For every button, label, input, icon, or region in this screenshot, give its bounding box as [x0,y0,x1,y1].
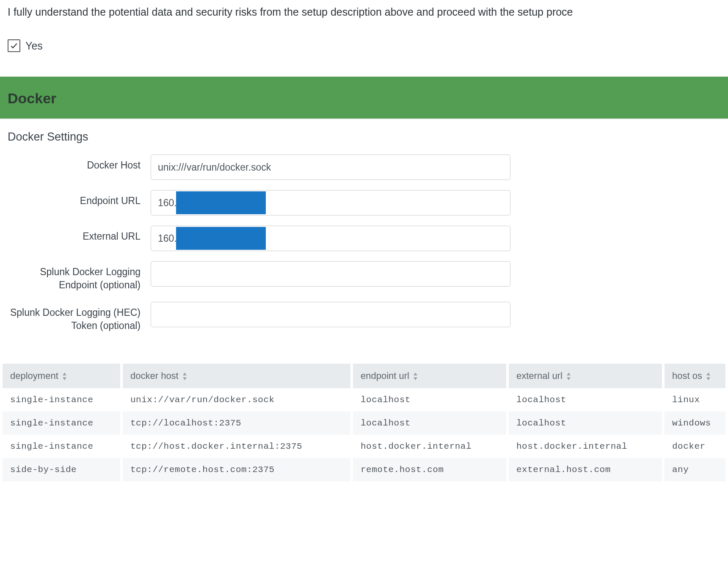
examples-table-wrap: deployment docker host endpoint url exte… [0,364,728,481]
col-endpoint-url[interactable]: endpoint url [353,364,506,388]
label-splunk-token: Splunk Docker Logging (HEC) Token (optio… [8,302,151,332]
cell-endpoint-url: host.docker.internal [353,435,506,458]
field-docker-host: Docker Host [8,155,720,180]
svg-marker-5 [414,378,417,381]
section-title: Docker [8,90,720,107]
label-external-url: External URL [8,226,151,243]
field-splunk-endpoint: Splunk Docker Logging Endpoint (optional… [8,261,720,292]
table-row: single-instance tcp://localhost:2375 loc… [3,412,725,435]
sort-icon [566,373,571,380]
cell-endpoint-url: remote.host.com [353,458,506,481]
sort-icon [706,373,711,380]
col-deployment[interactable]: deployment [3,364,120,388]
cell-host-os: windows [665,412,725,435]
svg-marker-8 [706,373,710,376]
cell-host-os: linux [665,388,725,412]
svg-marker-3 [183,378,187,381]
label-endpoint-url: Endpoint URL [8,190,151,207]
svg-marker-1 [63,378,66,381]
cell-docker-host: tcp://localhost:2375 [123,412,350,435]
cell-docker-host: tcp://remote.host.com:2375 [123,458,350,481]
table-body: single-instance unix://var/run/docker.so… [3,388,725,481]
cell-host-os: docker [665,435,725,458]
col-host-os[interactable]: host os [665,364,725,388]
svg-marker-7 [567,378,571,381]
svg-marker-2 [183,373,187,376]
svg-marker-6 [567,373,571,376]
sort-icon [182,373,188,380]
section-header-docker: Docker [0,77,728,119]
label-docker-host: Docker Host [8,155,151,172]
checkmark-icon [10,41,18,50]
col-label-endpoint-url: endpoint url [361,370,409,381]
svg-marker-0 [63,373,66,376]
cell-deployment: single-instance [3,412,120,435]
settings-title: Docker Settings [8,130,720,144]
svg-marker-9 [706,378,710,381]
consent-checkbox-row: Yes [0,18,728,77]
cell-external-url: localhost [509,412,662,435]
col-label-external-url: external url [516,370,563,381]
field-splunk-token: Splunk Docker Logging (HEC) Token (optio… [8,302,720,332]
sort-icon [413,373,418,380]
consent-text: I fully understand the potential data an… [0,0,728,18]
cell-external-url: external.host.com [509,458,662,481]
consent-checkbox[interactable] [8,39,20,52]
docker-settings-block: Docker Settings Docker Host Endpoint URL… [0,119,728,351]
cell-deployment: single-instance [3,435,120,458]
col-docker-host[interactable]: docker host [123,364,350,388]
cell-endpoint-url: localhost [353,388,506,412]
cell-external-url: host.docker.internal [509,435,662,458]
cell-endpoint-url: localhost [353,412,506,435]
label-splunk-endpoint: Splunk Docker Logging Endpoint (optional… [8,261,151,292]
input-docker-host[interactable] [151,155,510,180]
table-row: side-by-side tcp://remote.host.com:2375 … [3,458,725,481]
col-label-docker-host: docker host [130,370,179,381]
examples-table: deployment docker host endpoint url exte… [0,364,728,481]
table-row: single-instance unix://var/run/docker.so… [3,388,725,412]
field-external-url: External URL [8,226,720,251]
field-endpoint-url: Endpoint URL [8,190,720,215]
cell-external-url: localhost [509,388,662,412]
cell-docker-host: unix://var/run/docker.sock [123,388,350,412]
input-splunk-token[interactable] [151,302,510,327]
input-external-url[interactable] [151,226,510,251]
input-endpoint-url[interactable] [151,190,510,215]
col-external-url[interactable]: external url [509,364,662,388]
col-label-deployment: deployment [10,370,58,381]
svg-marker-4 [414,373,417,376]
table-row: single-instance tcp://host.docker.intern… [3,435,725,458]
consent-checkbox-label: Yes [25,40,43,52]
col-label-host-os: host os [672,370,702,381]
cell-deployment: single-instance [3,388,120,412]
cell-deployment: side-by-side [3,458,120,481]
sort-icon [62,373,67,380]
cell-docker-host: tcp://host.docker.internal:2375 [123,435,350,458]
cell-host-os: any [665,458,725,481]
input-splunk-endpoint[interactable] [151,261,510,287]
